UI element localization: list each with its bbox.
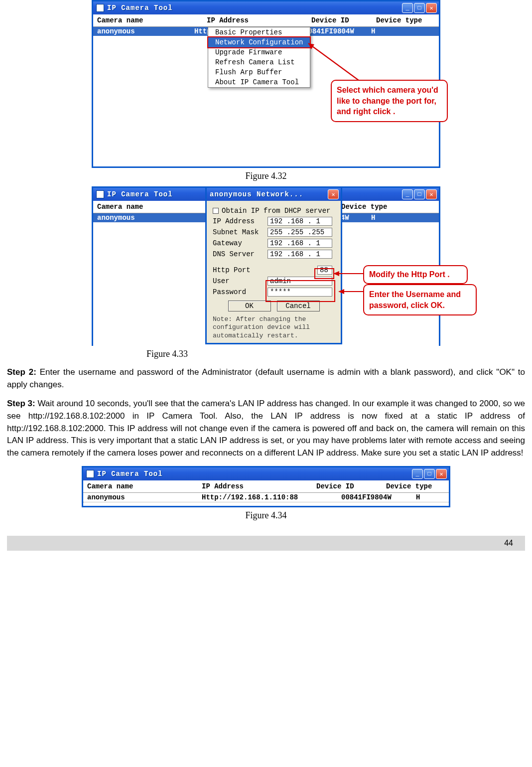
col-device-id: Device ID: [311, 16, 376, 24]
menu-flush-arp-buffer[interactable]: Flush Arp Buffer: [208, 67, 310, 77]
minimize-button[interactable]: _: [402, 189, 413, 199]
highlight-port: [314, 268, 334, 279]
cell-camera-name: anonymous: [97, 27, 194, 35]
user-label: User: [213, 277, 267, 285]
dialog-note: Note: After changing the configuration d…: [213, 315, 335, 340]
figure-caption-3: Figure 4.34: [7, 510, 525, 521]
ok-button[interactable]: OK: [228, 301, 271, 311]
page-number: 44: [504, 539, 513, 548]
step-3-body: Wait around 10 seconds, you'll see that …: [7, 399, 525, 458]
network-config-dialog: anonymous Network... ✕ Obtain IP from DH…: [205, 186, 342, 344]
cell-device-type: H: [416, 493, 420, 501]
titlebar[interactable]: IP Camera Tool _ □ ✕: [83, 467, 449, 480]
maximize-button[interactable]: □: [414, 3, 425, 13]
cell-device-id: 00841FI9804W: [304, 27, 371, 35]
ip-input[interactable]: [267, 217, 332, 226]
callout-select-camera: Select which camera you'd like to change…: [331, 80, 448, 122]
col-ip: IP Address: [207, 16, 311, 24]
column-headers: Camera name IP Address Device ID Device …: [93, 14, 439, 27]
close-button[interactable]: ✕: [426, 3, 437, 13]
svg-marker-3: [333, 271, 339, 276]
context-menu[interactable]: Basic Properties Network Configuration U…: [208, 27, 310, 88]
dhcp-checkbox[interactable]: [213, 208, 219, 214]
subnet-label: Subnet Mask: [213, 228, 267, 236]
titlebar[interactable]: IP Camera Tool _ □ ✕: [93, 1, 439, 14]
step-2-label: Step 2:: [7, 367, 36, 377]
maximize-button[interactable]: □: [414, 189, 425, 199]
menu-about[interactable]: About IP Camera Tool: [208, 77, 310, 87]
cancel-button[interactable]: Cancel: [277, 301, 320, 311]
menu-basic-properties[interactable]: Basic Properties: [208, 27, 310, 37]
svg-marker-1: [308, 43, 314, 49]
camera-list[interactable]: anonymous Http://192.168.1.110:88 00841F…: [83, 493, 449, 506]
menu-upgrade-firmware[interactable]: Upgrade Firmware: [208, 47, 310, 57]
dialog-title: anonymous Network...: [210, 190, 303, 198]
col-device-type: Device type: [341, 203, 387, 211]
close-button[interactable]: ✕: [436, 469, 447, 479]
ip-camera-tool-window-3: IP Camera Tool _ □ ✕ Camera name IP Addr…: [82, 466, 450, 507]
cell-ip: Http://192.168.1.110:88: [202, 493, 341, 501]
page-footer: 44: [7, 536, 525, 551]
highlight-credentials: [266, 280, 335, 302]
menu-network-configuration[interactable]: Network Configuration: [207, 36, 311, 48]
col-camera-name: Camera name: [97, 16, 207, 24]
callout-credentials: Enter the Username and password, click O…: [363, 284, 477, 315]
step-2-text: Step 2: Enter the username and password …: [7, 366, 525, 391]
col-device-type: Device type: [376, 16, 422, 24]
app-icon: [96, 190, 104, 198]
figure-caption-2: Figure 4.33: [146, 349, 525, 359]
maximize-button[interactable]: □: [424, 469, 435, 479]
ip-label: IP Address: [213, 217, 267, 225]
figure-caption-1: Figure 4.32: [7, 171, 525, 181]
col-camera-name: Camera name: [87, 482, 202, 490]
window-title: IP Camera Tool: [107, 190, 173, 198]
svg-marker-5: [338, 289, 344, 294]
col-camera-name: Camera name: [97, 203, 207, 211]
camera-row[interactable]: anonymous Http://192.168.1.110:88 00841F…: [83, 493, 449, 502]
close-button[interactable]: ✕: [426, 189, 437, 199]
cell-device-type: H: [371, 214, 375, 222]
http-port-label: Http Port: [213, 266, 267, 274]
window-title: IP Camera Tool: [107, 4, 173, 12]
menu-refresh-camera-list[interactable]: Refresh Camera List: [208, 57, 310, 67]
step-3-text: Step 3: Wait around 10 seconds, you'll s…: [7, 398, 525, 459]
gateway-label: Gateway: [213, 239, 267, 247]
subnet-input[interactable]: [267, 228, 332, 237]
cell-device-type: H: [371, 27, 375, 35]
app-icon: [96, 4, 104, 12]
col-device-id: Device ID: [316, 482, 386, 490]
dns-input[interactable]: [267, 250, 332, 259]
dialog-close-button[interactable]: ✕: [328, 189, 339, 199]
minimize-button[interactable]: _: [402, 3, 413, 13]
column-headers: Camera name IP Address Device ID Device …: [83, 480, 449, 493]
window-title: IP Camera Tool: [97, 470, 163, 478]
gateway-input[interactable]: [267, 239, 332, 248]
dhcp-label: Obtain IP from DHCP server: [222, 207, 330, 215]
step-3-label: Step 3:: [7, 399, 35, 408]
cell-camera-name: anonymous: [87, 493, 202, 501]
col-ip: IP Address: [202, 482, 316, 490]
dialog-titlebar[interactable]: anonymous Network... ✕: [207, 188, 341, 201]
cell-device-id: 00841FI9804W: [341, 493, 416, 501]
password-label: Password: [213, 288, 267, 296]
app-icon: [86, 470, 94, 478]
step-2-body: Enter the username and password of the A…: [7, 367, 525, 389]
callout-http-port: Modify the Http Port .: [363, 265, 468, 284]
minimize-button[interactable]: _: [412, 469, 423, 479]
col-device-type: Device type: [386, 482, 432, 490]
dns-label: DNS Server: [213, 250, 267, 258]
